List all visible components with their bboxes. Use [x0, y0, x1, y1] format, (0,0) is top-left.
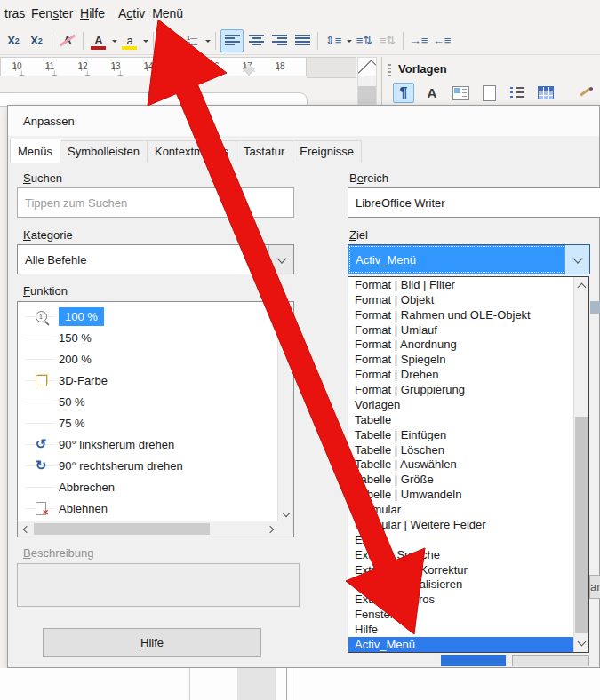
dropdown-item[interactable]: Fenster: [348, 607, 588, 622]
function-item[interactable]: 3D-Farbe: [18, 370, 278, 391]
category-combobox[interactable]: Alle Befehle: [17, 244, 294, 274]
highlight-color-dropdown-icon[interactable]: [141, 30, 149, 52]
dropdown-item[interactable]: Extras: [348, 532, 588, 547]
dropdown-item[interactable]: Hilfe: [348, 622, 588, 637]
document-scrollbar[interactable]: [357, 57, 377, 105]
target-dropdown-list: Format | Bild | Filter Format | Objekt F…: [348, 276, 589, 653]
bullet-list-icon[interactable]: ⁝: [158, 30, 180, 52]
scroll-left-icon[interactable]: [18, 521, 32, 537]
list-styles-icon[interactable]: [507, 83, 528, 103]
description-label: Beschreibung: [23, 546, 94, 560]
dropdown-item[interactable]: Extras | AutoKorrektur: [348, 562, 588, 577]
scroll-up-icon[interactable]: [358, 58, 376, 76]
scope-combobox[interactable]: LibreOffice Writer: [348, 187, 600, 218]
dropdown-item[interactable]: Format | Umlauf: [348, 322, 588, 338]
function-item[interactable]: Abbrechen: [18, 476, 278, 497]
align-center-icon[interactable]: [245, 30, 267, 52]
tab-kontextmenues[interactable]: Kontextmenüs: [147, 140, 236, 163]
scrollbar-thumb[interactable]: [358, 86, 376, 104]
scroll-up-icon[interactable]: [278, 302, 293, 318]
page-styles-icon[interactable]: [478, 83, 500, 103]
scroll-right-icon[interactable]: [264, 521, 278, 537]
scrollbar-thumb[interactable]: [280, 320, 292, 341]
menu-item-fenster[interactable]: Fenster: [31, 6, 73, 20]
ok-button-clipped[interactable]: [441, 655, 506, 666]
scrollbar-thumb[interactable]: [34, 523, 210, 535]
cancel-button-clipped[interactable]: [512, 655, 589, 666]
dropdown-scrollbar[interactable]: [573, 277, 588, 652]
align-left-icon[interactable]: [220, 29, 244, 52]
function-item[interactable]: 50 %: [18, 391, 278, 412]
dropdown-item[interactable]: Tabelle | Einfügen: [348, 427, 588, 442]
dropdown-item[interactable]: Format | Objekt: [348, 292, 588, 307]
dropdown-item[interactable]: Format | Anordnung: [348, 338, 588, 353]
dropdown-item[interactable]: Format | Gruppierung: [348, 382, 588, 397]
function-item[interactable]: 75 %: [18, 412, 278, 434]
dropdown-item[interactable]: Vorlagen: [348, 397, 588, 412]
dropdown-item[interactable]: Format | Rahmen und OLE-Objekt: [348, 307, 588, 322]
font-color-icon[interactable]: A: [88, 30, 109, 52]
chevron-down-icon[interactable]: [268, 245, 293, 274]
dropdown-item[interactable]: Tabelle: [348, 412, 588, 427]
paragraph-styles-icon[interactable]: ¶: [393, 83, 414, 103]
dropdown-item[interactable]: Format | Drehen: [348, 367, 588, 382]
superscript-icon[interactable]: X2: [3, 30, 24, 52]
indent-marker-icon[interactable]: [243, 68, 255, 82]
line-spacing-icon[interactable]: ⇕≡: [323, 30, 344, 52]
dropdown-item[interactable]: Tabelle | Umwandeln: [348, 487, 588, 502]
dropdown-item[interactable]: Tabelle | Löschen: [348, 442, 588, 457]
dropdown-item[interactable]: Extras | Aktualisieren: [348, 577, 588, 593]
align-right-icon[interactable]: [268, 30, 290, 52]
customize-dialog: Anpassen Menüs Symbolleisten Kontextmenü…: [7, 105, 600, 668]
scroll-down-icon[interactable]: [574, 634, 588, 652]
frame-styles-icon[interactable]: [450, 83, 471, 103]
decrease-indent-icon[interactable]: ←≡: [431, 30, 452, 52]
align-justify-icon[interactable]: [292, 30, 313, 52]
highlight-color-icon[interactable]: a: [119, 30, 140, 52]
line-spacing-dropdown-icon[interactable]: [345, 30, 353, 52]
function-item[interactable]: 150 %: [18, 327, 278, 348]
function-item[interactable]: Ablehnen: [18, 497, 278, 519]
clear-formatting-icon[interactable]: A: [57, 30, 78, 52]
dropdown-item[interactable]: Format | Spiegeln: [348, 352, 588, 367]
tab-symbolleisten[interactable]: Symbolleisten: [60, 140, 148, 163]
increase-indent-icon[interactable]: →≡: [408, 30, 429, 52]
spotlight-pin-icon[interactable]: [579, 85, 593, 99]
scroll-up-icon[interactable]: [574, 277, 588, 294]
scrollbar-thumb[interactable]: [575, 417, 588, 633]
table-styles-icon[interactable]: [535, 83, 556, 103]
dropdown-item[interactable]: Formular | Weitere Felder: [348, 517, 588, 532]
function-item[interactable]: 90° linksherum drehen: [18, 434, 278, 455]
dropdown-item[interactable]: Extras | Sprache: [348, 547, 588, 562]
paragraph-spacing-increase-icon[interactable]: ≡⇅: [354, 30, 375, 52]
chevron-down-icon[interactable]: [564, 245, 589, 274]
menu-item-hilfe[interactable]: Hilfe: [80, 6, 105, 20]
tab-tastatur[interactable]: Tastatur: [236, 140, 292, 163]
numbered-list-dropdown-icon[interactable]: [204, 30, 212, 52]
dropdown-item[interactable]: Tabelle | Größe: [348, 472, 588, 487]
function-list-vscrollbar[interactable]: [277, 302, 293, 522]
dropdown-item[interactable]: Format | Bild | Filter: [348, 277, 588, 292]
dropdown-item[interactable]: Extras | Makros: [348, 592, 588, 607]
menu-item-activ-menue[interactable]: Activ_Menü: [118, 6, 183, 20]
font-color-dropdown-icon[interactable]: [110, 30, 118, 52]
help-button[interactable]: Hilfe: [43, 628, 261, 657]
function-item[interactable]: 100 %: [18, 306, 278, 327]
tab-menues[interactable]: Menüs: [10, 139, 60, 163]
standard-button-clipped[interactable]: ard: [589, 575, 600, 599]
zoom-100-icon: [32, 308, 50, 324]
function-list-hscrollbar[interactable]: [18, 521, 278, 537]
dropdown-item[interactable]: Formular: [348, 502, 588, 517]
target-combobox[interactable]: Activ_Menü: [348, 244, 590, 274]
subscript-icon[interactable]: X2: [26, 30, 47, 52]
menu-item-extras[interactable]: tras: [4, 6, 25, 20]
function-item[interactable]: 90° rechtsherum drehen: [18, 455, 278, 476]
numbered-list-icon[interactable]: 1—2—: [181, 30, 203, 52]
dropdown-item-selected[interactable]: Activ_Menü: [348, 637, 588, 652]
search-input[interactable]: Tippen zum Suchen: [17, 187, 294, 218]
tab-ereignisse[interactable]: Ereignisse: [292, 140, 362, 163]
character-styles-icon[interactable]: A: [421, 83, 443, 103]
panel-grip-icon[interactable]: [388, 64, 391, 76]
function-item[interactable]: 200 %: [18, 348, 278, 370]
dropdown-item[interactable]: Tabelle | Auswählen: [348, 457, 588, 473]
